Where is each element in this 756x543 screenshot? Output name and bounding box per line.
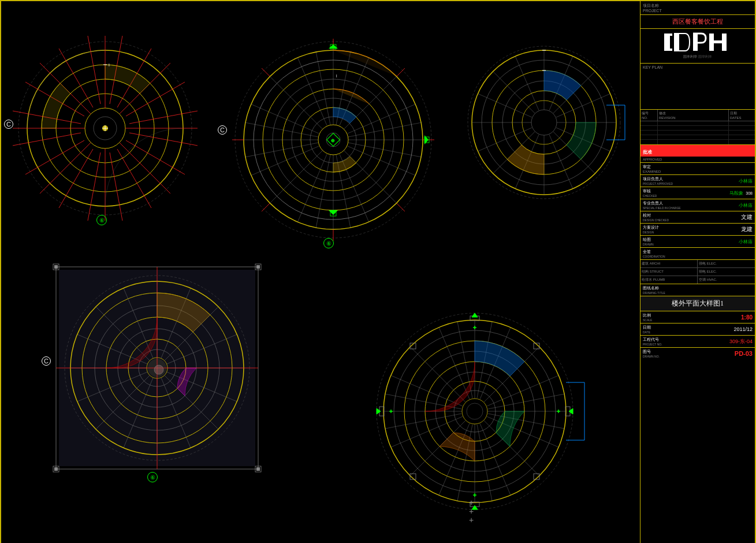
bottom-label-topleft: ⑥ — [96, 215, 107, 225]
project-no-cn: 工程代号 — [643, 337, 662, 343]
project-approved-label-group: 项目负责人 PROJECT APPROVED — [643, 176, 673, 185]
svg-marker-196 — [472, 313, 478, 317]
key-plan-label: KEY PLAN — [643, 65, 753, 69]
svg-line-22 — [25, 140, 84, 174]
svg-line-65 — [316, 155, 330, 228]
checked-label-group: 审核 CHECKED — [643, 188, 657, 198]
struct-cell: 结构 STRUCT — [640, 268, 698, 276]
hvac-cell: 空调 HVAC. — [698, 276, 755, 284]
design-checked-value: 文建 — [741, 213, 753, 221]
examined-cn: 审定 — [643, 164, 753, 170]
project-no-value: 309-东-04 — [729, 338, 753, 345]
svg-line-67 — [245, 122, 318, 137]
diagram-bottom-left: C — [50, 261, 264, 477]
svg-rect-218 — [709, 40, 722, 43]
diagram-top-middle: C — [226, 36, 440, 246]
svg-point-95 — [531, 110, 557, 135]
svg-line-168 — [410, 347, 465, 402]
project-approved-cn: 项目负责人 — [643, 176, 673, 182]
svg-line-183 — [477, 425, 492, 501]
svg-marker-198 — [377, 408, 381, 414]
special-field-label-group: 专业负责人 SPECIAL FIELD IN CHARGE — [643, 200, 681, 210]
svg-line-16 — [117, 149, 151, 208]
svg-rect-122 — [256, 467, 260, 471]
svg-line-176 — [391, 375, 463, 406]
svg-line-63 — [316, 51, 330, 125]
design-checked-label-group: 校对 DESIGN CHECKED — [643, 213, 669, 222]
svg-line-20 — [126, 140, 185, 174]
scale-label-group: 比例 SCALE — [643, 313, 652, 322]
svg-line-108 — [478, 94, 532, 117]
svg-line-104 — [515, 56, 539, 110]
drawn-en: DRAWN — [643, 243, 654, 246]
revision-row-2 — [640, 126, 755, 131]
drawn-no-cn: 图号 — [643, 349, 660, 355]
design-section: 方案设计 DESIGN 龙建 — [640, 224, 755, 236]
svg-marker-85 — [329, 210, 338, 215]
plumb-cell: 给排水 PLUMB — [640, 276, 698, 284]
drawn-cn: 绘图 — [643, 237, 654, 243]
company-sub: 国丰利华 国华利丰 — [643, 54, 753, 59]
bottom-label-bottomleft: ⑥ — [147, 472, 158, 482]
svg-line-12 — [120, 143, 170, 194]
project-approved-en: PROJECT APPROVED — [643, 182, 673, 185]
elec2-cell: 弱电 ELEC. — [698, 268, 755, 276]
svg-marker-81 — [329, 44, 338, 49]
project-section: 项目名称 PROJECT — [640, 1, 755, 15]
svg-rect-121 — [54, 467, 58, 471]
project-approved-section: 项目负责人 PROJECT APPROVED 小林庙 — [640, 175, 755, 187]
checked-en: CHECKED — [643, 194, 657, 198]
svg-line-76 — [397, 203, 405, 211]
project-name-section: 西区餐客餐饮工程 — [640, 15, 755, 29]
drawn-label-group: 绘图 DRAWN — [643, 237, 654, 246]
project-approved-value: 小林庙 — [739, 178, 753, 184]
drawing-area: C — [1, 1, 642, 543]
svg-line-185 — [385, 414, 461, 429]
drawn-no-value: PD-03 — [735, 350, 753, 357]
svg-rect-211 — [664, 34, 670, 51]
svg-line-100 — [493, 72, 535, 113]
design-en: DESIGN — [643, 230, 659, 234]
svg-line-26 — [110, 153, 122, 221]
diagram-bottom-right: + + + — [359, 307, 590, 518]
circular-diagram-topright — [463, 39, 625, 206]
bottom-marker-bottomright: + — [469, 498, 474, 507]
company-logo-svg — [663, 32, 732, 53]
scale-section: 比例 SCALE 1:80 — [640, 311, 755, 323]
approved-section: APPROVED — [640, 157, 755, 163]
drawing-title-section: 图纸名称 DRAWING TITLE — [640, 284, 755, 296]
date-en: DATE — [643, 330, 651, 334]
svg-text:⊕: ⊕ — [331, 138, 335, 143]
special-field-section: 专业负责人 SPECIAL FIELD IN CHARGE 小林庙 — [640, 199, 755, 211]
svg-text:l: l — [109, 62, 110, 68]
revision-label: 修改REVISION — [658, 110, 729, 121]
svg-rect-215 — [675, 34, 679, 51]
svg-line-51 — [270, 76, 323, 129]
svg-line-75 — [262, 68, 270, 76]
svg-rect-213 — [664, 49, 672, 51]
svg-point-152 — [154, 365, 163, 374]
logo-area — [643, 32, 753, 53]
svg-point-163 — [467, 403, 483, 419]
drawing-title-value-section: 楼外平面大样图1 — [640, 296, 755, 311]
svg-line-28 — [13, 133, 81, 146]
svg-text:l: l — [336, 74, 337, 78]
svg-line-14 — [40, 143, 91, 194]
svg-line-68 — [245, 143, 318, 157]
svg-line-178 — [487, 375, 558, 406]
date-cn: 日期 — [643, 325, 651, 330]
circular-diagram-bottomleft — [50, 261, 264, 475]
drawing-title-value: 楼外平面大样图1 — [643, 299, 753, 308]
discipline-row-1: 建筑 ARCHI 强电 ELEC. — [640, 260, 755, 268]
svg-line-69 — [348, 122, 422, 137]
date-label-group: 日期 DATE — [643, 325, 651, 334]
approved-bar: 批准 — [640, 145, 755, 157]
svg-line-29 — [129, 111, 198, 124]
design-checked-section: 校对 DESIGN CHECKED 文建 — [640, 211, 755, 224]
scale-value: 1:80 — [741, 314, 753, 321]
revision-table: 编号NO. 修改REVISION 日期DATES — [640, 110, 755, 145]
examined-en: EXAMINED — [643, 170, 753, 173]
project-label: 项目名称 PROJECT — [643, 3, 753, 13]
special-field-cn: 专业负责人 — [643, 200, 681, 206]
diagram-top-right — [463, 39, 625, 209]
